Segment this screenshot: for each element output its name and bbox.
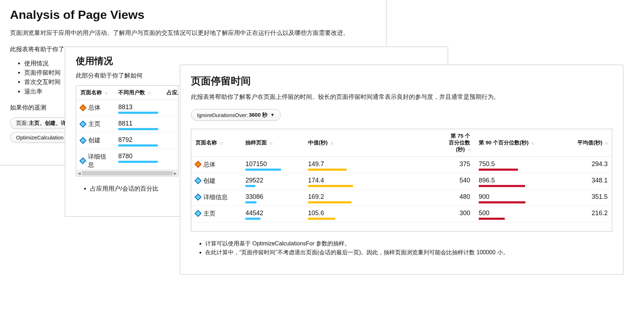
- avg-value: 348.1: [570, 177, 608, 184]
- page-description: 页面浏览量对应于应用中的用户活动。了解用户与页面的交互情况可以更好地了解应用中正…: [10, 29, 376, 37]
- p90-bar: [479, 169, 518, 171]
- time-description: 此报表将帮助你了解客户在页面上停留的时间。较长的页面停留时间通常表示良好的参与度…: [191, 93, 612, 101]
- p90-value: 896.5: [479, 177, 562, 184]
- sort-icon: ↑↓: [148, 91, 150, 95]
- sort-icon: ↑↓: [270, 141, 272, 145]
- sampled-bar: [245, 169, 281, 171]
- time-table-wrap: 页面名称↑↓ 抽样页面↑↓ 中值(秒)↑↓ 第 75 个百分位数(秒)↑↓ 第 …: [191, 129, 612, 232]
- time-notes: 计算可以使用基于 OptimizeCalculationsFor 参数的抽样。 …: [191, 239, 612, 257]
- col-page-name[interactable]: 页面名称↑↓: [191, 129, 241, 157]
- diamond-icon: [79, 137, 87, 144]
- median-bar: [308, 201, 352, 203]
- sort-icon: ↑↓: [468, 148, 470, 152]
- pages-filter-label: 页面:: [16, 120, 28, 127]
- col-distinct-users[interactable]: 不同用户数↑↓: [114, 86, 162, 100]
- median-value: 174.4: [308, 177, 437, 184]
- sort-icon: ↑↓: [105, 91, 107, 95]
- page-name-cell: 主页: [203, 209, 215, 218]
- page-name-cell: 详细信息: [203, 193, 228, 201]
- time-note-item: 在此计算中，“页面停留时间”不考虑退出页面(会话的最后一页)。因此，抽样页面浏览…: [205, 248, 612, 257]
- time-on-page-table: 页面名称↑↓ 抽样页面↑↓ 中值(秒)↑↓ 第 75 个百分位数(秒)↑↓ 第 …: [191, 129, 612, 222]
- sampled-value: 107150: [245, 160, 299, 168]
- sampled-bar: [245, 218, 260, 220]
- page-name-cell: 主页: [88, 120, 100, 128]
- diamond-icon: [194, 161, 202, 168]
- scroll-left-icon[interactable]: ◀: [76, 170, 82, 176]
- users-value: 8792: [118, 136, 158, 144]
- diamond-icon: [194, 193, 202, 201]
- sampled-value: 33086: [245, 193, 299, 201]
- table-row[interactable]: 详细信息8780: [76, 149, 178, 170]
- diamond-icon: [79, 157, 86, 164]
- optimize-label: OptimizeCalculation: [16, 134, 63, 140]
- table-row[interactable]: 主页44542105.6300500216.2: [191, 206, 612, 222]
- page-name-cell: 创建: [203, 177, 215, 185]
- p75-value: 300: [446, 209, 471, 217]
- col-percentage[interactable]: 占应用用: [162, 86, 178, 100]
- p75-value: 540: [446, 177, 471, 184]
- median-bar: [308, 169, 347, 171]
- diamond-icon: [79, 104, 87, 111]
- p90-value: 750.5: [479, 160, 562, 168]
- col-p75[interactable]: 第 75 个百分位数(秒)↑↓: [441, 129, 475, 157]
- median-value: 169.2: [308, 193, 437, 201]
- p90-value: 900: [479, 193, 562, 201]
- usage-table-wrap: 页面名称↑↓ 不同用户数↑↓ 占应用用 总体8813主页8811创建8792详细…: [76, 85, 178, 176]
- table-row[interactable]: 创建8792: [76, 133, 178, 149]
- users-value: 8813: [118, 103, 158, 111]
- median-value: 149.7: [308, 160, 437, 168]
- table-scrollbar[interactable]: ◀ ▶: [76, 170, 178, 176]
- col-median-sec[interactable]: 中值(秒)↑↓: [304, 129, 441, 157]
- scroll-right-icon[interactable]: ▶: [172, 170, 178, 176]
- p75-value: 375: [446, 160, 471, 168]
- table-row[interactable]: 主页8811: [76, 116, 178, 133]
- time-on-page-panel: 页面停留时间 此报表将帮助你了解客户在页面上停留的时间。较长的页面停留时间通常表…: [180, 65, 623, 275]
- time-heading: 页面停留时间: [191, 74, 612, 88]
- table-row[interactable]: 总体107150149.7375750.5294.3: [191, 156, 612, 173]
- sort-icon: ↑↓: [220, 141, 222, 145]
- sort-icon: ↑↓: [605, 141, 608, 145]
- table-row[interactable]: 创建29522174.4540896.5348.1: [191, 173, 612, 189]
- ignore-durations-pill[interactable]: IgnoreDurationsOver: 3600 秒 ▼: [191, 109, 281, 121]
- diamond-icon: [194, 177, 202, 184]
- usage-table: 页面名称↑↓ 不同用户数↑↓ 占应用用 总体8813主页8811创建8792详细…: [76, 86, 178, 170]
- page-name-cell: 总体: [88, 103, 100, 112]
- p90-bar: [479, 201, 525, 203]
- avg-value: 351.5: [570, 193, 608, 201]
- page-name-cell: 总体: [203, 160, 215, 169]
- page-name-cell: 详细信息: [88, 153, 110, 169]
- ignore-durations-label: IgnoreDurationsOver:: [197, 112, 248, 118]
- sampled-bar: [245, 201, 256, 203]
- scroll-thumb[interactable]: [82, 171, 173, 175]
- pages-filter-pill[interactable]: 页面: 主页、创建、详: [10, 117, 72, 129]
- col-avg[interactable]: 平均值(秒)↑↓: [566, 129, 612, 157]
- sort-icon: ↑↓: [331, 141, 333, 145]
- ignore-durations-value: 3600 秒: [249, 112, 268, 118]
- col-page-name[interactable]: 页面名称↑↓: [76, 86, 114, 100]
- table-row[interactable]: 详细信息33086169.2480900351.5: [191, 189, 612, 206]
- diamond-icon: [79, 121, 87, 128]
- users-value: 8780: [118, 153, 158, 160]
- users-bar: [118, 112, 158, 114]
- users-value: 8811: [118, 120, 158, 127]
- diamond-icon: [194, 210, 202, 217]
- median-bar: [308, 218, 335, 220]
- table-row[interactable]: 总体8813: [76, 100, 178, 116]
- sampled-value: 29522: [245, 177, 299, 184]
- optimize-pill[interactable]: OptimizeCalculation: [10, 132, 69, 143]
- time-note-item: 计算可以使用基于 OptimizeCalculationsFor 参数的抽样。: [205, 239, 612, 248]
- col-p90[interactable]: 第 90 个百分位数(秒)↑↓: [474, 129, 566, 157]
- col-sampled-pages[interactable]: 抽样页面↑↓: [241, 129, 303, 157]
- users-bar: [118, 128, 158, 130]
- sort-icon: ↑↓: [531, 141, 534, 145]
- median-bar: [308, 185, 353, 187]
- users-bar: [118, 161, 158, 163]
- p90-bar: [479, 218, 505, 220]
- median-value: 105.6: [308, 209, 437, 217]
- p90-value: 500: [479, 209, 562, 217]
- p90-bar: [479, 185, 525, 187]
- avg-value: 216.2: [570, 209, 608, 217]
- page-name-cell: 创建: [88, 136, 100, 144]
- p75-value: 480: [446, 193, 471, 201]
- page-title: Analysis of Page Views: [10, 8, 376, 22]
